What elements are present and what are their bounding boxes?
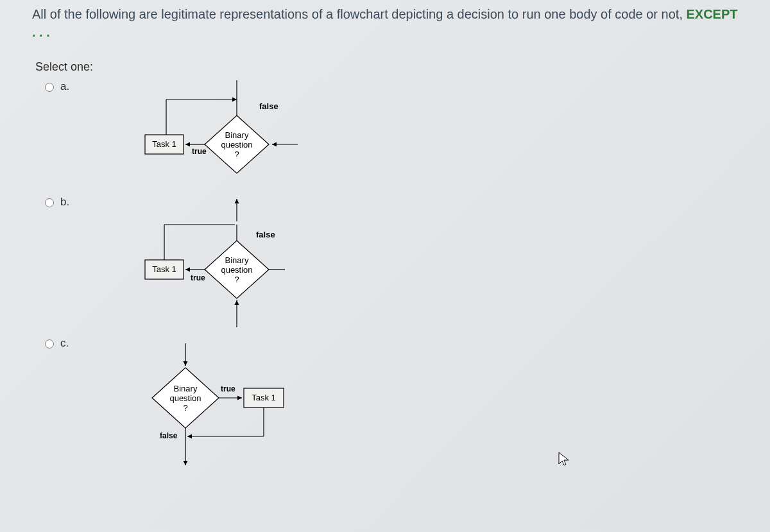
false-label-c: false	[160, 431, 178, 440]
true-label-c: true	[221, 384, 235, 393]
decision-text-a2: question	[221, 140, 252, 150]
decision-text-a1: Binary	[225, 130, 249, 140]
question-stem: All of the following are legitimate repr…	[0, 0, 770, 41]
radio-a[interactable]	[45, 83, 54, 92]
question-lead: All of the following are legitimate repr…	[32, 7, 687, 21]
option-c-row[interactable]: c. Binary question ? true	[45, 337, 770, 472]
option-a-row[interactable]: a. Binary question ?	[45, 80, 770, 189]
diagram-c: Binary question ? true Task 1 false	[92, 337, 311, 472]
select-one-prompt: Select one:	[35, 60, 770, 74]
cursor-icon	[557, 451, 571, 468]
decision-text-c3: ?	[183, 403, 187, 413]
option-a-label: a.	[60, 80, 80, 93]
task-text-a: Task 1	[152, 139, 176, 149]
option-b-row[interactable]: b. false Binary question	[45, 196, 770, 330]
false-label-a: false	[259, 101, 278, 111]
false-label-b: false	[256, 230, 275, 239]
decision-text-b1: Binary	[225, 255, 249, 265]
true-label-a: true	[192, 147, 207, 156]
option-c-label: c.	[60, 337, 80, 350]
decision-text-c1: Binary	[174, 384, 198, 393]
task-text-c: Task 1	[252, 393, 276, 402]
task-text-b: Task 1	[152, 264, 176, 274]
decision-text-c2: question	[169, 393, 201, 403]
true-label-b: true	[191, 273, 205, 282]
option-b-label: b.	[60, 196, 80, 209]
decision-text-a3: ?	[234, 150, 239, 159]
diagram-a: Binary question ? false true Task 1	[92, 80, 298, 189]
decision-text-b2: question	[221, 265, 252, 275]
radio-c[interactable]	[45, 339, 54, 348]
diagram-b: false Binary question ? true Task 1	[92, 196, 298, 330]
radio-b[interactable]	[45, 198, 54, 207]
decision-text-b3: ?	[234, 275, 239, 284]
